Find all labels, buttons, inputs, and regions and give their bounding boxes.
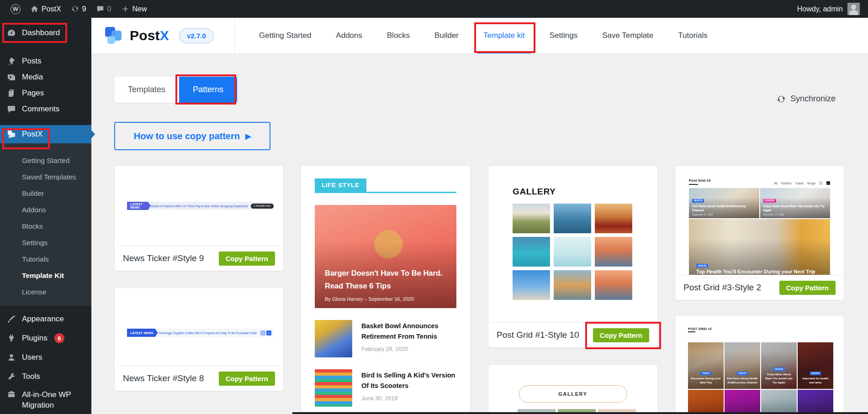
comment-bubble-icon (7, 105, 16, 114)
preview-post-tile: TRAVEL Encounter During your Next Trip (688, 342, 724, 389)
pushpin-icon (7, 57, 16, 66)
submenu-addons[interactable]: Addons (0, 202, 91, 218)
category-label: LIFE STYLE (315, 178, 366, 192)
preview-filter-nav: All Fashion Travel Vouge (774, 181, 830, 185)
submenu-builder[interactable]: Builder (0, 185, 91, 202)
new-label: New (132, 5, 147, 13)
category-badge: SPORTS (810, 372, 821, 375)
preview-post-title: Fun Facts About Health AndDiscovery Chan… (727, 377, 758, 385)
preview-post-date: September 17, 2020 (763, 213, 828, 216)
sidebar-item-posts[interactable]: Posts (0, 53, 91, 69)
gallery-photo (554, 237, 591, 267)
post-date: February 29, 2020 (361, 346, 439, 352)
preview-feature-image: HEALTH Top Health You'll Encounter Durin… (689, 219, 830, 285)
nav-settings[interactable]: Settings (537, 18, 590, 53)
nav-save-template[interactable]: Save Template (590, 18, 666, 53)
tab-templates[interactable]: Templates (114, 77, 179, 103)
wp-logo-menu[interactable]: W (5, 0, 26, 18)
migration-icon (7, 390, 16, 399)
preview-post-tile: HEALTH Fun Facts About Health AndDiscove… (725, 342, 760, 389)
gallery-photo (513, 204, 550, 233)
header-divider (234, 18, 235, 53)
version-badge: v2.7.0 (179, 28, 214, 43)
sidebar-item-plugins[interactable]: Plugins 6 (0, 329, 91, 348)
tab-patterns[interactable]: Patterns (179, 77, 237, 103)
nav-template-kit[interactable]: Template kit (471, 18, 537, 53)
sidebar-item-dashboard[interactable]: Dashboard (0, 24, 91, 42)
pattern-card-post-grid-3: Post Grid #3 All Fashion Travel Vouge HE… (675, 165, 844, 300)
preview-post-title: Encounter During your Next Trip (690, 377, 721, 385)
gallery-photo (513, 237, 550, 267)
pager-square (826, 181, 830, 185)
sidebar-item-label: Comments (22, 105, 59, 114)
wordpress-icon: W (11, 4, 21, 14)
hero-post-title: Barger Doesn't Have To Be Hard. Read The… (325, 267, 449, 292)
preview-post-title: Crazy Ideas About Race You would Like Tr… (763, 204, 828, 212)
nav-blocks[interactable]: Blocks (375, 18, 422, 53)
postx-logo-text: PostX (130, 28, 169, 43)
synchronize-button[interactable]: Synchronize (777, 94, 836, 104)
screenshot-bottom-edge (292, 412, 868, 414)
postx-logo-icon (105, 26, 124, 45)
pattern-card-post-grid-2: POST GRID #2 TRAVEL Encounter During you… (675, 315, 844, 414)
sidebar-item-pages[interactable]: Pages (0, 85, 91, 101)
sidebar-item-users[interactable]: Users (0, 348, 91, 367)
site-name: PostX (42, 5, 61, 13)
copy-pattern-button[interactable]: Copy Pattern (779, 281, 836, 295)
pattern-title: News Ticker #Style 9 (123, 253, 204, 263)
gallery-photo (595, 237, 632, 267)
avatar[interactable] (847, 3, 860, 15)
sidebar-item-label: PostX (22, 130, 42, 139)
nav-builder[interactable]: Builder (422, 18, 471, 53)
submenu-template-kit[interactable]: Template Kit (0, 267, 91, 284)
ticker-time-badge: 4 HOURS AGO (251, 204, 274, 209)
admin-bar: W PostX 9 0 New Howdy, admin (0, 0, 868, 18)
sidebar-item-comments[interactable]: Comments (0, 101, 91, 117)
nav-addons[interactable]: Addons (323, 18, 375, 53)
site-name-menu[interactable]: PostX (26, 0, 66, 18)
updates-menu[interactable]: 9 (66, 0, 91, 18)
submenu-settings[interactable]: Settings (0, 235, 91, 251)
comments-count: 0 (107, 5, 111, 13)
ticker-next-button[interactable]: › (266, 330, 271, 335)
tools-icon (7, 372, 16, 381)
news-ticker-preview: LATEST NEWS Coronegar Supplier Untlike W… (127, 329, 274, 337)
sidebar-item-media[interactable]: Media (0, 69, 91, 85)
comments-menu[interactable]: 0 (91, 0, 116, 18)
postx-submenu: Getting Started Saved Templates Builder … (0, 143, 91, 306)
submenu-getting-started[interactable]: Getting Started (0, 152, 91, 169)
sidebar-item-ai1wm[interactable]: All-in-One WP Migration (0, 386, 91, 405)
sidebar-item-label: Media (22, 73, 43, 82)
post-title: Bird Is Selling A Kid's Version Of Its S… (361, 369, 455, 391)
paintbrush-icon (7, 314, 16, 324)
ticker-label: LATEST NEWS (127, 329, 158, 337)
sidebar-item-label: Plugins (22, 334, 48, 343)
gallery-grid (513, 204, 632, 300)
ticker-prev-button[interactable]: ‹ (260, 330, 265, 335)
copy-pattern-button[interactable]: Copy Pattern (593, 328, 649, 342)
sidebar-item-label: Dashboard (22, 28, 60, 37)
preview-post-tile: SPORTS Most Entertain announces retireme… (688, 390, 724, 414)
pattern-card-post-grid-1: GALLERY Post Grid #1-Style 10 Copy Patte… (488, 165, 658, 348)
submenu-blocks[interactable]: Blocks (0, 218, 91, 235)
category-badge: TRAVEL (700, 372, 711, 375)
ticker-headline: Coronegar Supplier Untlike Will A Tumpos… (158, 331, 257, 335)
category-badge: FASHION (773, 367, 785, 371)
submenu-saved-templates[interactable]: Saved Templates (0, 169, 91, 185)
howdy-text[interactable]: Howdy, admin (797, 5, 843, 13)
copy-pattern-button[interactable]: Copy Pattern (219, 372, 275, 386)
submenu-tutorials[interactable]: Tutorials (0, 251, 91, 267)
sidebar-item-tools[interactable]: Tools (0, 367, 91, 386)
new-menu[interactable]: New (116, 0, 152, 18)
sidebar-item-postx[interactable]: PostX (0, 125, 91, 143)
submenu-license[interactable]: License (0, 284, 91, 300)
preview-post-title: Top Health You'll Encounter During your … (696, 269, 826, 274)
how-to-use-copy-pattern-button[interactable]: How to use copy pattern ▶ (114, 122, 270, 150)
gallery-photo (595, 204, 632, 233)
sidebar-item-appearance[interactable]: Appearance (0, 309, 91, 329)
copy-pattern-button[interactable]: Copy Pattern (219, 252, 275, 266)
category-badge: HEALTH (696, 264, 708, 267)
nav-tutorials[interactable]: Tutorials (666, 18, 720, 53)
postx-nav: Getting Started Addons Blocks Builder Te… (247, 18, 720, 53)
nav-getting-started[interactable]: Getting Started (247, 18, 323, 53)
